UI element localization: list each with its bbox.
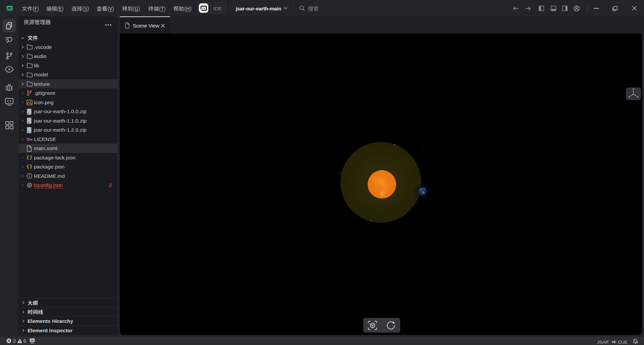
svg-text:X: X	[637, 95, 639, 98]
svg-text:Z: Z	[628, 95, 630, 98]
svg-text:Y: Y	[633, 88, 634, 91]
